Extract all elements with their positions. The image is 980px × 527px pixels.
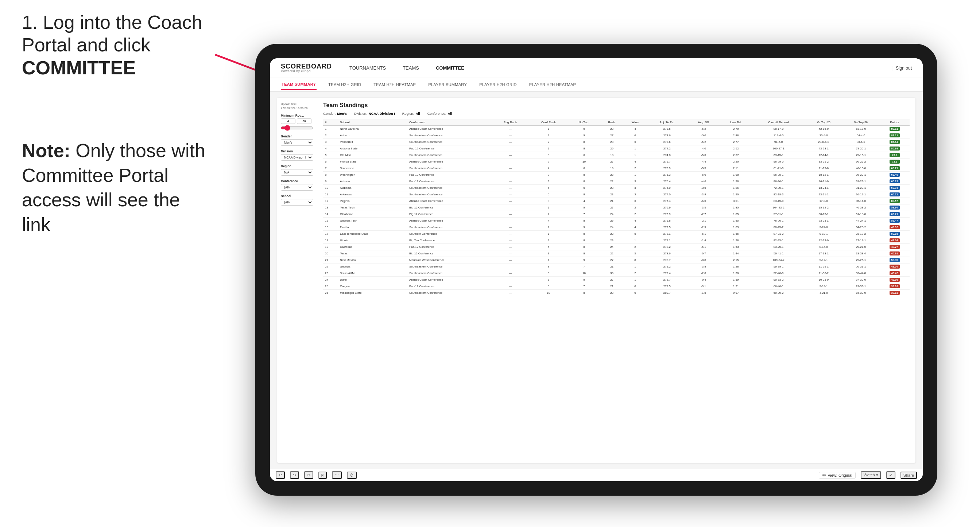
step-text: 1. Log into the Coach Portal and click C… (22, 11, 241, 79)
cell-overall: 60-39-2 (752, 290, 805, 296)
view-original-button[interactable]: 👁 View: Original (819, 472, 856, 479)
table-row: 3 Vanderbilt Southeastern Conference — 2… (323, 139, 910, 145)
nav-teams[interactable]: TEAMS (400, 64, 422, 72)
cell-low-rd: 1.85 (719, 205, 752, 211)
watch-button[interactable]: Watch ▾ (861, 471, 881, 479)
cell-conf-rank: 6 (529, 191, 568, 198)
col-avg-sg: Avg. SG (687, 119, 719, 126)
table-row: 6 Florida State Atlantic Coast Conferenc… (323, 159, 910, 165)
toolbar-clock[interactable]: ⏱ (347, 471, 357, 479)
cell-school: Alabama (338, 185, 407, 191)
cell-reg-rank: — (492, 270, 529, 277)
toolbar-right: 👁 View: Original Watch ▾ ⤢ Share (819, 471, 917, 479)
toolbar-more[interactable]: ⋯ (332, 471, 342, 479)
cell-rank: 9 (323, 178, 338, 185)
cell-vs25: 10-23-0 (805, 277, 842, 283)
table-row: 17 East Tennessee State Southern Confere… (323, 231, 910, 237)
toolbar-copy[interactable]: ⎘ (318, 471, 327, 479)
col-rank: # (323, 119, 338, 126)
cell-conference: Southeastern Conference (407, 152, 492, 159)
cell-adj-par: 275.7 (647, 159, 687, 165)
cell-conf-rank: 8 (529, 264, 568, 270)
cell-school: Oregon (338, 283, 407, 290)
cell-conference: Southern Conference (407, 231, 492, 237)
cell-no-tour: 10 (568, 270, 600, 277)
sub-nav-team-h2h-grid[interactable]: TEAM H2H GRID (328, 79, 362, 90)
table-row: 22 Georgia Southeastern Conference — 8 7… (323, 264, 910, 270)
cell-low-rd: 1.98 (719, 171, 752, 178)
table-row: 7 Tennessee Southeastern Conference — 4 … (323, 165, 910, 171)
cell-school: Arizona State (338, 145, 407, 152)
table-row: 1 North Carolina Atlantic Coast Conferen… (323, 126, 910, 132)
cell-points: 49.34 (880, 237, 910, 244)
cell-overall: 87-21-2 (752, 231, 805, 237)
sub-nav-player-h2h-grid[interactable]: PLAYER H2H GRID (479, 79, 517, 90)
cell-rnds: 23 (600, 237, 624, 244)
min-rounds-max-input[interactable] (297, 119, 312, 124)
cell-adj-par: 278.7 (647, 277, 687, 283)
cell-vs50: 35-14-0 (842, 198, 879, 205)
cell-rnds: 23 (600, 290, 624, 296)
table-row: 2 Auburn Southeastern Conference — 1 9 2… (323, 132, 910, 139)
division-select[interactable]: NCAA Division I (281, 154, 313, 161)
cell-low-rd: 2.15 (719, 257, 752, 264)
sub-nav-team-h2h-heatmap[interactable]: TEAM H2H HEATMAP (373, 79, 417, 90)
cell-low-rd: 2.52 (719, 145, 752, 152)
table-row: 15 Georgia Tech Atlantic Coast Conferenc… (323, 217, 910, 224)
nav-divider: | (892, 66, 894, 71)
main-content: Update time: 27/03/2024 16:56:26 Minimum… (270, 92, 923, 469)
sub-nav-player-h2h-heatmap[interactable]: PLAYER H2H HEATMAP (528, 79, 577, 90)
cell-conf-rank: 1 (529, 132, 568, 139)
cell-points: 53.89 (880, 257, 910, 264)
division-val: NCAA Division I (369, 111, 395, 116)
logo-sub-text: Powered by clippd (281, 70, 332, 73)
cell-rank: 6 (323, 159, 338, 165)
cell-wins: 1 (624, 264, 647, 270)
cell-wins: 4 (624, 224, 647, 231)
col-low-rd: Low Rd. (719, 119, 752, 126)
cell-wins: 4 (624, 217, 647, 224)
toolbar-resize[interactable]: ⤢ (886, 471, 896, 479)
cell-no-tour: 9 (568, 126, 600, 132)
toolbar-undo[interactable]: ↩ (276, 471, 285, 479)
gender-select[interactable]: Men's (281, 139, 313, 146)
cell-conference: Atlantic Coast Conference (407, 159, 492, 165)
nav-committee[interactable]: COMMITTEE (433, 64, 467, 72)
cell-reg-rank: — (492, 277, 529, 283)
cell-reg-rank: — (492, 250, 529, 257)
cell-avg-sg: -3.8 (687, 191, 719, 198)
cell-rnds: 18 (600, 152, 624, 159)
toolbar-redo[interactable]: ↪ (290, 471, 299, 479)
cell-conference: Big 12 Conference (407, 205, 492, 211)
cell-vs50: 34-25-2 (842, 224, 879, 231)
cell-wins: 3 (624, 191, 647, 198)
cell-wins: 3 (624, 185, 647, 191)
cell-wins: 6 (624, 198, 647, 205)
cell-vs50: 37-30-0 (842, 277, 879, 283)
rounds-slider[interactable] (281, 125, 313, 131)
cell-school: Arkansas (338, 191, 407, 198)
cell-vs50: 31-29-1 (842, 185, 879, 191)
min-rounds-min-input[interactable] (281, 119, 296, 124)
nav-tournaments[interactable]: TOURNAMENTS (347, 64, 389, 72)
cell-reg-rank: — (492, 185, 529, 191)
col-vs50: Vs Top 50 (842, 119, 879, 126)
conference-select[interactable]: (All) (281, 184, 313, 190)
cell-avg-sg: -5.2 (687, 126, 719, 132)
cell-rank: 16 (323, 224, 338, 231)
sign-out-link[interactable]: Sign out (896, 66, 912, 71)
cell-overall: 63-15-1 (752, 152, 805, 159)
cell-vs25: 17-9-0 (805, 198, 842, 205)
share-button[interactable]: Share (900, 471, 917, 479)
toolbar-cut[interactable]: ✂ (304, 471, 313, 479)
sub-nav-player-summary[interactable]: PLAYER SUMMARY (428, 79, 468, 90)
table-row: 26 Mississippi State Southeastern Confer… (323, 290, 910, 296)
sub-nav-team-summary[interactable]: TEAM SUMMARY (281, 79, 317, 90)
col-rnds: Rnds (600, 119, 624, 126)
cell-vs25: 30-4-0 (805, 132, 842, 139)
cell-low-rd: 2.70 (719, 126, 752, 132)
cell-no-tour: 10 (568, 159, 600, 165)
school-select[interactable]: (All) (281, 199, 313, 206)
cell-rnds: 22 (600, 178, 624, 185)
region-select[interactable]: N/A (281, 169, 313, 176)
